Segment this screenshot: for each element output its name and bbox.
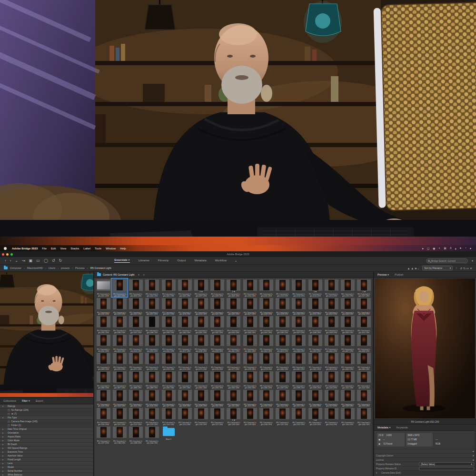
thumbnail[interactable]: 1 ★R5 Constant Light-101.CR3 [340, 370, 356, 389]
thumbnail[interactable]: 1 ★R5 Constant Light-124.CR3 [160, 407, 177, 426]
status-icon-2[interactable]: ◉ [433, 247, 435, 250]
boomerang-icon[interactable]: ↝ [22, 258, 25, 263]
thumbnail[interactable]: 1 ★R5 Constant Light-135.CR3 [340, 407, 356, 426]
thumbnail[interactable]: 1 ★R5 Constant Light-011.CR3 [258, 278, 274, 297]
thumbnail[interactable]: 1 ★R5 Constant Light-137.CR3 [95, 426, 111, 444]
filter-group-file-type[interactable]: ▾File Type [0, 416, 93, 419]
thumbnail[interactable]: 1 ★R5 Constant Light-132.CR3 [291, 407, 307, 426]
thumbnail[interactable]: 1 ★R5 Constant Light-068.CR3 [356, 334, 372, 352]
thumbnail[interactable]: 1 ★R5 Constant Light-025.CR3 [209, 297, 226, 316]
search-dropdown-icon[interactable]: ▾ [472, 259, 473, 262]
thumbnail[interactable]: 1 ★R5 Constant Light-128.CR3 [226, 407, 242, 426]
thumbnail[interactable]: 1 ★R5 Constant Light-031.CR3 [307, 297, 323, 316]
folder-item[interactable]: Shot 2 [160, 426, 177, 444]
thumbnail[interactable]: 1 ★R5 Constant Light-094.CR3 [226, 370, 242, 389]
menu-item-tools[interactable]: Tools [95, 247, 101, 250]
thumbnail[interactable]: 1 ★R5 Constant Light-131.CR3 [275, 407, 291, 426]
thumbnail[interactable]: 1 ★R5 Constant Light-018.CR3 [95, 297, 111, 316]
thumbnail[interactable]: 1 ★R5 Constant Light-021.CR3 [144, 297, 160, 316]
content-caret-icon[interactable]: ▾ [138, 273, 139, 276]
thumbnail[interactable]: 1 ★R5 Constant Light-030.CR3 [291, 297, 307, 316]
thumbnail[interactable]: 1 ★R5 Constant Light-105.CR3 [128, 389, 144, 407]
thumbnail[interactable]: 1 ★R5 Constant Light-098.CR3 [291, 370, 307, 389]
thumbnail[interactable]: 1 ★R5 Constant Light-024.CR3 [193, 297, 209, 316]
refine-icon[interactable]: ◯ [44, 258, 48, 263]
filter-group-model[interactable]: ▸Model [0, 465, 93, 469]
status-icon-0[interactable]: ▸ [422, 247, 424, 250]
breadcrumb-item[interactable]: Computer [10, 267, 21, 269]
thumbnail[interactable]: 1 ★R5 Constant Light-013.CR3 [291, 278, 307, 297]
thumbnail[interactable]: 1 ★R5 Constant Light-114.CR3 [275, 389, 291, 407]
checkbox-icon[interactable]: ☐ [8, 424, 10, 427]
thumbnail[interactable]: 1 ★R5 Constant Light-059.CR3 [209, 334, 226, 352]
breadcrumb-item[interactable]: MacintoshHD [27, 267, 43, 269]
status-icon-4[interactable]: ⌘ [444, 247, 446, 250]
thumbnail[interactable]: 1 ★R5 Constant Light-009.CR3 [226, 278, 242, 297]
thumbnail[interactable]: 1 ★R5 Constant Light-092.CR3 [193, 370, 209, 389]
thumbnail[interactable]: 1 ★R5 Constant Light-052.CR3 [95, 334, 111, 352]
checkbox-icon[interactable]: ☐ [8, 420, 10, 423]
thumbnail[interactable]: 1 ★R5 Constant Light-034.CR3 [356, 297, 372, 316]
thumbnail[interactable]: 1 ★R5 Constant Light-086.CR3 [95, 370, 111, 389]
workspace-tab-libraries[interactable]: Libraries [139, 259, 149, 263]
filter-group-color-mode[interactable]: ▸Color Mode [0, 438, 93, 442]
thumbnail[interactable]: 1 ★R5 Constant Light-035.CR3 [95, 315, 111, 334]
thumbnail[interactable]: 1 ★R5 Constant Light-044.CR3 [242, 315, 258, 334]
content-scrollbar[interactable] [372, 278, 373, 476]
workspace-tab-essentials[interactable]: Essentials × [114, 258, 130, 263]
thumbnail[interactable]: 1 ★R5 Constant Light-055.CR3 [144, 334, 160, 352]
thumbnail[interactable]: 1 ★R5 Constant Light-053.CR3 [111, 334, 128, 352]
thumbnail[interactable]: 1 ★R5 Constant Light-048.CR3 [307, 315, 323, 334]
thumbnail[interactable]: 1 ★R5 Constant Light-084.CR3 [340, 352, 356, 370]
thumbnail[interactable]: 1 ★R5 Constant Light-080.CR3 [275, 352, 291, 370]
tab-publish[interactable]: Publish [395, 273, 403, 276]
thumbnail[interactable]: 1 ★R5 Constant Light-027.CR3 [242, 297, 258, 316]
thumbnail[interactable]: 1 ★R5 Constant Light-037.CR3 [128, 315, 144, 334]
thumbnail[interactable]: 1 ★R5 Constant Light-089.CR3 [144, 370, 160, 389]
tab-metadata[interactable]: Metadata × [377, 426, 391, 429]
menu-item-label[interactable]: Label [83, 247, 90, 250]
thumbnail[interactable]: 1 ★R5 Constant Light-078.CR3 [242, 352, 258, 370]
thumbnail[interactable]: 1 ★R5 Constant Light-077.CR3 [226, 352, 242, 370]
tab-export[interactable]: Export [36, 399, 43, 402]
thumbnail[interactable]: 1 ★R5 Constant Light-107.CR3 [160, 389, 177, 407]
filter-group-aperture-value[interactable]: ▸Aperture Value [0, 454, 93, 457]
thumbnail[interactable]: 1 ★R5 Constant Light-083.CR3 [323, 352, 339, 370]
workspace-tab-metadata[interactable]: Metadata [194, 259, 206, 263]
thumbnail[interactable]: 1 ★R5 Constant Light-134.CR3 [323, 407, 339, 426]
workspace-tab-filmstrip[interactable]: Filmstrip [158, 259, 169, 263]
thumbnail[interactable]: 1 ★R5 Constant Light-020.CR3 [128, 297, 144, 316]
thumbnail[interactable]: 1 ★R5 Constant Light-040.CR3 [177, 315, 193, 334]
thumbnail[interactable]: 1 ★R5 Constant Light-045.CR3 [258, 315, 274, 334]
sort-by-select[interactable]: Sort by Filename ▾ [422, 266, 453, 270]
status-icon-5[interactable]: ≡ [450, 247, 452, 250]
thumbnail[interactable]: 1 ★R5 Constant Light-061.CR3 [242, 334, 258, 352]
thumbnail[interactable]: 1 ★R5 Constant Light-096.CR3 [258, 370, 274, 389]
thumbnail[interactable]: 1 ★R5 Constant Light-072.CR3 [144, 352, 160, 370]
filter-group-serial-number[interactable]: ▸Serial Number [0, 469, 93, 473]
status-icon-7[interactable]: ● [460, 247, 462, 250]
thumbnail[interactable]: 1 ★R5 Constant Light-047.CR3 [291, 315, 307, 334]
filter-group-date-time-original[interactable]: ▸Date Time Original [0, 427, 93, 431]
rotate-cw-icon[interactable]: ↻ [59, 258, 62, 263]
filter-group-ratings[interactable]: ▾Ratings [0, 404, 93, 408]
thumbnail[interactable]: 1 ★R5 Constant Light-012.CR3 [275, 278, 291, 297]
status-icon-6[interactable]: ▴ [455, 247, 456, 250]
thumbnail[interactable]: 1 ★R5 Constant Light-115.CR3 [291, 389, 307, 407]
thumbnail[interactable]: 1 ★R5 Constant Light-093.CR3 [209, 370, 226, 389]
thumbnail[interactable]: 1 ★R5 Constant Light-056.CR3 [160, 334, 177, 352]
thumbnail[interactable]: 1 ★R5 Constant Light-043.CR3 [226, 315, 242, 334]
add-field-button[interactable]: + [472, 450, 474, 453]
breadcrumb-item[interactable]: presets [61, 267, 69, 269]
search-input[interactable]: Bridge Search: Current [426, 258, 468, 263]
thumbnail[interactable]: 1 ★R5 Constant Light-026.CR3 [226, 297, 242, 316]
breadcrumb-item[interactable]: Pictures [75, 267, 85, 269]
thumbnail[interactable]: 1 ★R5 Constant Light-050.CR3 [340, 315, 356, 334]
thumbnail[interactable]: 1 ★R5 Constant Light-112.CR3 [242, 389, 258, 407]
sort-ascending-icon[interactable]: ↑ [456, 267, 457, 269]
thumbnail[interactable]: 1 ★R5 Constant Light-070.CR3 [111, 352, 128, 370]
thumbnail[interactable]: 1 ★R5 Constant Light-002.CR3 [111, 278, 128, 297]
thumbnail[interactable]: 1 ★R5 Constant Light-129.CR3 [242, 407, 258, 426]
filter-group-white-balance[interactable]: ▸White Balance [0, 473, 93, 476]
tab-keywords[interactable]: Keywords [397, 426, 408, 429]
